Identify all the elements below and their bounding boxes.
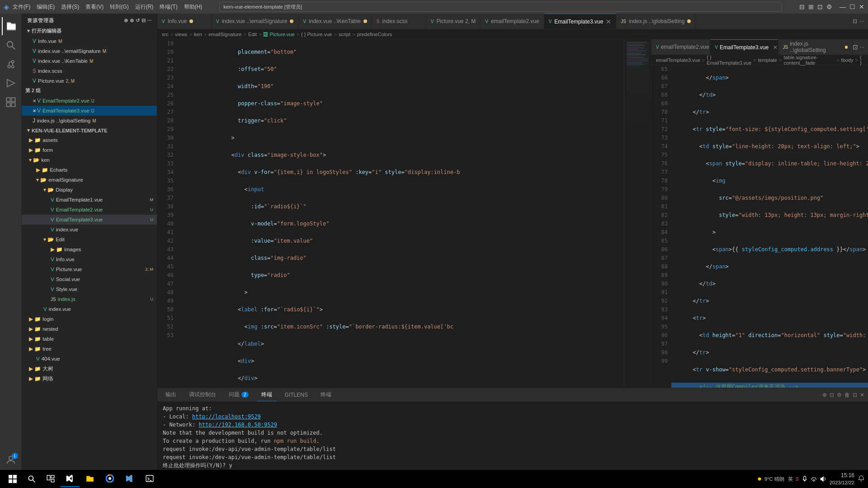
new-folder-icon[interactable]: ⊕ — [130, 18, 134, 23]
run-activity-icon[interactable] — [2, 74, 20, 92]
ime-icon2[interactable]: S — [796, 476, 799, 482]
more-tabs-icon[interactable]: ··· — [860, 18, 864, 24]
network-icon[interactable] — [811, 476, 817, 482]
tree-folder-emailsignature[interactable]: ▾ 📂 emailSignature — [22, 175, 157, 185]
tree-folder-tree[interactable]: ▶ 📁 tree — [22, 344, 157, 354]
volume-icon[interactable] — [820, 476, 826, 482]
menu-view[interactable]: 查看(V) — [85, 3, 104, 11]
panel-icon[interactable]: ⊡ — [817, 3, 823, 10]
menu-edit[interactable]: 编辑(E) — [37, 3, 55, 11]
menu-file[interactable]: 文件(F) — [13, 3, 30, 11]
tab-index-kentable[interactable]: V index.vue ..\KenTable — [298, 14, 372, 29]
breadcrumb-symbol[interactable]: { } Picture.vue — [301, 32, 332, 37]
terminal-tab-problems[interactable]: 问题 2 — [224, 389, 253, 401]
terminal-tab-debug[interactable]: 调试控制台 — [184, 389, 221, 401]
more-icon[interactable]: ··· — [147, 18, 151, 23]
taskview-button[interactable] — [42, 470, 60, 488]
tree-folder-ken[interactable]: ▾ 📂 ken — [22, 155, 157, 165]
collapse-icon[interactable]: ⊟ — [142, 18, 146, 23]
trash-icon[interactable]: 🗑 — [844, 392, 850, 398]
terminal-close-icon[interactable]: ✕ — [860, 392, 864, 398]
tree-file-stylevue[interactable]: V Style.vue — [22, 284, 157, 294]
vs-taskbar-app[interactable] — [120, 471, 139, 487]
tree-folder-images[interactable]: ▶ 📁 images — [22, 244, 157, 254]
new-terminal-icon[interactable]: ⊕ — [822, 392, 827, 398]
tab-emailtemplate2[interactable]: V emailTemplate2.vue — [481, 14, 544, 29]
fileexplorer-taskbar-app[interactable] — [80, 471, 99, 487]
tree-folder-table[interactable]: ▶ 📁 table — [22, 334, 157, 344]
new-file-icon[interactable]: ⊕ — [124, 18, 128, 23]
menu-run[interactable]: 运行(R) — [135, 3, 154, 11]
local-url[interactable]: http://localhost:9529 — [192, 413, 261, 420]
tree-folder-nested[interactable]: ▶ 📁 nested — [22, 324, 157, 334]
search-bar[interactable]: kern-vue-element-template [管理员] — [219, 2, 782, 12]
tree-folder-edit[interactable]: ▾ 📂 Edit — [22, 235, 157, 244]
start-button[interactable] — [4, 470, 22, 488]
breadcrumb-views[interactable]: views — [175, 32, 188, 37]
close-icon[interactable]: ✕ — [33, 108, 36, 113]
tab-indexscss[interactable]: S index.scss — [372, 14, 426, 29]
mic-icon[interactable] — [802, 476, 808, 482]
account-icon[interactable]: 1 — [2, 451, 20, 469]
terminal-tab-terminal2[interactable]: 终端 — [316, 389, 336, 401]
input-method-icon[interactable]: 英 — [788, 476, 793, 483]
close-button[interactable]: ✕ — [859, 3, 864, 10]
tab-close-button[interactable]: ✕ — [606, 18, 611, 25]
terminal-tab-output[interactable]: 输出 — [161, 389, 181, 401]
clock[interactable]: 15:16 2023/12/22 — [830, 472, 854, 486]
tree-file-emailtemplate3[interactable]: V EmailTemplate3.vue U — [22, 215, 157, 225]
right-tab-indexjs[interactable]: JS index.js ..\globalSetting — [778, 39, 853, 55]
menu-bar[interactable]: 文件(F) 编辑(E) 选择(S) 查看(V) 转到(G) 运行(R) 终端(T… — [13, 3, 202, 11]
search-activity-icon[interactable] — [2, 36, 20, 54]
source-control-activity-icon[interactable] — [2, 55, 20, 73]
settings-icon[interactable]: ⚙ — [826, 3, 832, 10]
open-editors-section[interactable]: ▾ 打开的编辑器 — [22, 26, 157, 36]
vscode-taskbar-app[interactable] — [61, 471, 80, 487]
tree-file-indexjs-edit[interactable]: JS index.js U — [22, 294, 157, 304]
right-code-text[interactable]: </span> </td> </tr> <tr style="font-size… — [671, 65, 868, 388]
tab-indexjs-global[interactable]: JS index.js ..\globalSetting — [616, 14, 696, 29]
breadcrumb-emailsignature[interactable]: emailSignature — [208, 32, 241, 37]
extensions-activity-icon[interactable] — [2, 93, 20, 111]
tree-folder-login[interactable]: ▶ 📁 login — [22, 314, 157, 324]
breadcrumb-src[interactable]: src — [162, 32, 169, 37]
right-tab-emailtemplate3[interactable]: V EmailTemplate3.vue ✕ — [710, 39, 778, 55]
tree-file-404[interactable]: V 404.vue — [22, 354, 157, 364]
open-file-index-email[interactable]: V index.vue ..\emailSignature M — [22, 46, 157, 56]
breadcrumb-predefinecolors[interactable]: predefineColors — [357, 32, 392, 37]
breadcrumb-picturevue[interactable]: 🖼 Picture.vue — [263, 32, 294, 37]
open-file-emailtemplate3[interactable]: ✕ V EmailTemplate3.vue U — [22, 106, 157, 116]
maximize-button[interactable]: ☐ — [849, 3, 855, 10]
right-tab-close-button[interactable]: ✕ — [773, 44, 778, 51]
rb-tbody[interactable]: tbody — [841, 57, 854, 63]
rb-template[interactable]: template — [758, 57, 777, 63]
tree-file-emailtemplate2[interactable]: V EmailTemplate2.vue U — [22, 205, 157, 215]
tree-folder-dashu[interactable]: ▶ 📁 大树 — [22, 364, 157, 374]
right-tab-emailtemplate2[interactable]: V emailTemplate2.vue — [651, 39, 710, 55]
terminal-maximize-icon[interactable]: ⊡ — [853, 392, 857, 398]
notifications-icon[interactable] — [858, 475, 864, 483]
rb-emailtemplate3[interactable]: emailTemplate3.vue — [656, 57, 700, 63]
tree-file-socialvue[interactable]: V Social.vue — [22, 274, 157, 284]
network-url[interactable]: http://192.168.0.50:9529 — [198, 422, 277, 428]
refresh-icon[interactable]: ↺ — [136, 18, 140, 23]
console-taskbar-app[interactable] — [140, 471, 159, 487]
tab-infovue[interactable]: V Info.vue — [157, 14, 212, 29]
explorer-activity-icon[interactable] — [2, 17, 20, 35]
breadcrumb-edit[interactable]: Edit — [248, 32, 257, 37]
open-file-emailtemplate2[interactable]: ✕ V EmailTemplate2.vue U — [22, 96, 157, 106]
split-icon[interactable]: ⊡ — [853, 43, 858, 51]
project-tree-section[interactable]: ▾ KEN-VUE-ELEMENT-TEMPLATE — [22, 126, 157, 135]
split-editor-icon[interactable]: ⊡ — [853, 18, 857, 24]
search-taskbar-button[interactable] — [23, 470, 41, 488]
minimize-button[interactable]: — — [840, 3, 846, 10]
tree-file-index-email[interactable]: V index.vue — [22, 304, 157, 314]
tree-folder-display[interactable]: ▾ 📂 Display — [22, 185, 157, 195]
window-controls[interactable]: ⊟ ⊞ ⊡ ⚙ — ☐ ✕ — [799, 3, 864, 10]
chrome-taskbar-app[interactable] — [100, 471, 119, 487]
more-icon[interactable]: ··· — [860, 44, 864, 50]
tab-picturevue[interactable]: V Picture.vue 2, M — [426, 14, 481, 29]
tab-emailtemplate3[interactable]: V EmailTemplate3.vue ✕ — [544, 14, 617, 29]
group2-section[interactable]: 第 2 组 — [22, 86, 157, 96]
code-text[interactable]: placement="bottom" :offset="50" width="1… — [177, 39, 624, 388]
